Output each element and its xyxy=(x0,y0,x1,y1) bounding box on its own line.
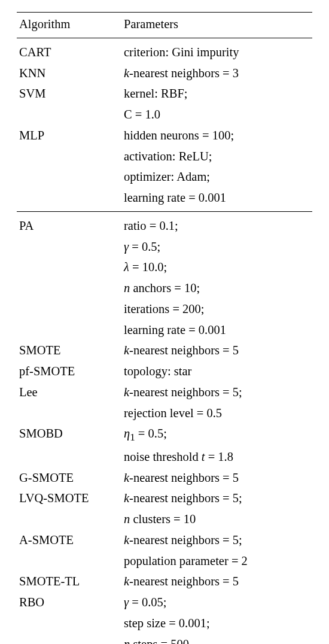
header-algorithm: Algorithm xyxy=(17,13,121,38)
table-row: Leek-nearest neighbors = 5; xyxy=(17,382,312,403)
table-row: C = 1.0 xyxy=(17,104,312,125)
algorithm-cell xyxy=(17,278,121,299)
algorithm-cell xyxy=(17,551,121,572)
table-row: γ = 0.5; xyxy=(17,236,312,257)
algorithm-cell: RBO xyxy=(17,592,121,613)
table-row: pf-SMOTEtopology: star xyxy=(17,361,312,382)
algorithm-cell: Lee xyxy=(17,382,121,403)
parameter-cell: step size = 0.001; xyxy=(121,613,312,634)
algorithm-cell xyxy=(17,257,121,278)
table-row: learning rate = 0.001 xyxy=(17,320,312,341)
table-row: n steps = 500 xyxy=(17,634,312,644)
parameter-cell: topology: star xyxy=(121,361,312,382)
table-row: SMOTE-TLk-nearest neighbors = 5 xyxy=(17,571,312,592)
parameter-cell: k-nearest neighbors = 5 xyxy=(121,340,312,361)
algorithm-cell: G-SMOTE xyxy=(17,467,121,488)
parameter-cell: λ = 10.0; xyxy=(121,257,312,278)
algorithm-cell: MLP xyxy=(17,125,121,146)
parameter-cell: C = 1.0 xyxy=(121,104,312,125)
parameter-cell: k-nearest neighbors = 3 xyxy=(121,63,312,84)
parameter-cell: k-nearest neighbors = 5 xyxy=(121,571,312,592)
parameter-cell: γ = 0.05; xyxy=(121,592,312,613)
algorithm-cell: SMOBD xyxy=(17,423,121,446)
parameter-cell: learning rate = 0.001 xyxy=(121,187,312,211)
algorithm-cell: A-SMOTE xyxy=(17,530,121,551)
parameter-cell: k-nearest neighbors = 5; xyxy=(121,488,312,509)
parameter-cell: iterations = 200; xyxy=(121,299,312,320)
parameter-cell: ratio = 0.1; xyxy=(121,211,312,236)
algorithm-cell: SMOTE-TL xyxy=(17,571,121,592)
parameter-cell: activation: ReLU; xyxy=(121,146,312,167)
parameter-cell: n clusters = 10 xyxy=(121,509,312,530)
algorithm-cell xyxy=(17,166,121,187)
parameters-table: Algorithm Parameters CARTcriterion: Gini… xyxy=(17,12,312,644)
table-row: optimizer: Adam; xyxy=(17,166,312,187)
algorithm-cell xyxy=(17,146,121,167)
table-row: step size = 0.001; xyxy=(17,613,312,634)
table-row: λ = 10.0; xyxy=(17,257,312,278)
parameter-cell: γ = 0.5; xyxy=(121,236,312,257)
parameter-cell: optimizer: Adam; xyxy=(121,166,312,187)
table-row: A-SMOTEk-nearest neighbors = 5; xyxy=(17,530,312,551)
table-row: activation: ReLU; xyxy=(17,146,312,167)
algorithm-cell xyxy=(17,613,121,634)
algorithm-cell xyxy=(17,299,121,320)
parameter-cell: k-nearest neighbors = 5; xyxy=(121,382,312,403)
algorithm-cell xyxy=(17,320,121,341)
parameter-cell: k-nearest neighbors = 5 xyxy=(121,467,312,488)
algorithm-cell xyxy=(17,509,121,530)
parameter-cell: criterion: Gini impurity xyxy=(121,38,312,62)
algorithm-cell xyxy=(17,403,121,424)
parameter-cell: population parameter = 2 xyxy=(121,551,312,572)
algorithm-cell: pf-SMOTE xyxy=(17,361,121,382)
algorithm-cell xyxy=(17,236,121,257)
table-row: CARTcriterion: Gini impurity xyxy=(17,38,312,62)
parameter-cell: learning rate = 0.001 xyxy=(121,320,312,341)
algorithm-cell xyxy=(17,634,121,644)
algorithm-cell: PA xyxy=(17,211,121,236)
algorithm-cell: SVM xyxy=(17,83,121,104)
table-row: KNNk-nearest neighbors = 3 xyxy=(17,63,312,84)
algorithm-cell: SMOTE xyxy=(17,340,121,361)
parameter-cell: noise threshold t = 1.8 xyxy=(121,446,312,467)
table-row: population parameter = 2 xyxy=(17,551,312,572)
parameter-cell: k-nearest neighbors = 5; xyxy=(121,530,312,551)
table-row: PAratio = 0.1; xyxy=(17,211,312,236)
table-row: LVQ-SMOTEk-nearest neighbors = 5; xyxy=(17,488,312,509)
table-row: SMOBDη1 = 0.5; xyxy=(17,423,312,446)
table-row: G-SMOTEk-nearest neighbors = 5 xyxy=(17,467,312,488)
algorithm-cell: LVQ-SMOTE xyxy=(17,488,121,509)
parameter-cell: rejection level = 0.5 xyxy=(121,403,312,424)
table-row: iterations = 200; xyxy=(17,299,312,320)
table-row: SMOTEk-nearest neighbors = 5 xyxy=(17,340,312,361)
table-row: n anchors = 10; xyxy=(17,278,312,299)
table-row: n clusters = 10 xyxy=(17,509,312,530)
algorithm-cell xyxy=(17,104,121,125)
table-row: MLPhidden neurons = 100; xyxy=(17,125,312,146)
header-parameters: Parameters xyxy=(121,13,312,38)
table-row: noise threshold t = 1.8 xyxy=(17,446,312,467)
parameter-cell: η1 = 0.5; xyxy=(121,423,312,446)
algorithm-cell xyxy=(17,187,121,211)
parameter-cell: n anchors = 10; xyxy=(121,278,312,299)
parameter-cell: n steps = 500 xyxy=(121,634,312,644)
algorithm-cell: KNN xyxy=(17,63,121,84)
parameter-cell: kernel: RBF; xyxy=(121,83,312,104)
table-header-row: Algorithm Parameters xyxy=(17,13,312,38)
table-row: SVMkernel: RBF; xyxy=(17,83,312,104)
parameter-cell: hidden neurons = 100; xyxy=(121,125,312,146)
algorithm-cell: CART xyxy=(17,38,121,62)
table-row: RBOγ = 0.05; xyxy=(17,592,312,613)
table-body: CARTcriterion: Gini impurityKNNk-nearest… xyxy=(17,38,312,644)
table-row: learning rate = 0.001 xyxy=(17,187,312,211)
table-row: rejection level = 0.5 xyxy=(17,403,312,424)
algorithm-cell xyxy=(17,446,121,467)
